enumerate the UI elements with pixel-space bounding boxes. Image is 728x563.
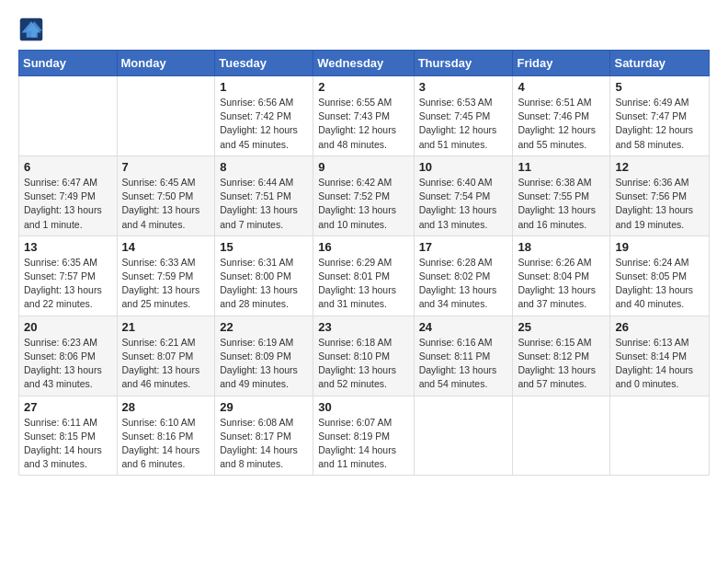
- day-number: 19: [615, 240, 704, 254]
- day-number: 20: [24, 320, 112, 334]
- calendar-cell: 5Sunrise: 6:49 AM Sunset: 7:47 PM Daylig…: [610, 76, 710, 156]
- calendar-cell: 1Sunrise: 6:56 AM Sunset: 7:42 PM Daylig…: [215, 76, 313, 156]
- calendar-cell: [513, 396, 610, 476]
- calendar-cell: 9Sunrise: 6:42 AM Sunset: 7:52 PM Daylig…: [313, 155, 414, 236]
- day-info: Sunrise: 6:31 AM Sunset: 8:00 PM Dayligh…: [220, 256, 308, 312]
- calendar-cell: 30Sunrise: 6:07 AM Sunset: 8:19 PM Dayli…: [313, 396, 414, 476]
- calendar-wrapper: SundayMondayTuesdayWednesdayThursdayFrid…: [9, 50, 719, 485]
- day-info: Sunrise: 6:53 AM Sunset: 7:45 PM Dayligh…: [419, 96, 508, 152]
- calendar-cell: 24Sunrise: 6:16 AM Sunset: 8:11 PM Dayli…: [414, 316, 513, 396]
- calendar-cell: 29Sunrise: 6:08 AM Sunset: 8:17 PM Dayli…: [215, 396, 313, 476]
- day-number: 9: [318, 160, 408, 174]
- calendar-cell: 23Sunrise: 6:18 AM Sunset: 8:10 PM Dayli…: [313, 316, 414, 396]
- day-info: Sunrise: 6:18 AM Sunset: 8:10 PM Dayligh…: [318, 336, 408, 392]
- day-info: Sunrise: 6:44 AM Sunset: 7:51 PM Dayligh…: [220, 176, 308, 232]
- day-info: Sunrise: 6:26 AM Sunset: 8:04 PM Dayligh…: [518, 256, 605, 312]
- day-info: Sunrise: 6:21 AM Sunset: 8:07 PM Dayligh…: [122, 336, 210, 392]
- calendar-cell: 21Sunrise: 6:21 AM Sunset: 8:07 PM Dayli…: [117, 316, 215, 396]
- day-info: Sunrise: 6:51 AM Sunset: 7:46 PM Dayligh…: [518, 96, 605, 152]
- day-info: Sunrise: 6:24 AM Sunset: 8:05 PM Dayligh…: [615, 256, 704, 312]
- calendar-cell: [610, 396, 710, 476]
- weekday-header-saturday: Saturday: [610, 51, 710, 76]
- calendar-cell: 18Sunrise: 6:26 AM Sunset: 8:04 PM Dayli…: [513, 236, 610, 316]
- calendar-cell: 19Sunrise: 6:24 AM Sunset: 8:05 PM Dayli…: [610, 236, 710, 316]
- calendar-cell: 13Sunrise: 6:35 AM Sunset: 7:57 PM Dayli…: [19, 236, 118, 316]
- weekday-row: SundayMondayTuesdayWednesdayThursdayFrid…: [19, 51, 710, 76]
- calendar-week-row: 6Sunrise: 6:47 AM Sunset: 7:49 PM Daylig…: [19, 155, 710, 236]
- weekday-header-friday: Friday: [513, 51, 610, 76]
- calendar-cell: 15Sunrise: 6:31 AM Sunset: 8:00 PM Dayli…: [215, 236, 313, 316]
- day-info: Sunrise: 6:42 AM Sunset: 7:52 PM Dayligh…: [318, 176, 408, 232]
- day-number: 11: [518, 160, 605, 174]
- calendar-cell: 8Sunrise: 6:44 AM Sunset: 7:51 PM Daylig…: [215, 155, 313, 236]
- day-info: Sunrise: 6:38 AM Sunset: 7:55 PM Dayligh…: [518, 176, 605, 232]
- calendar-table: SundayMondayTuesdayWednesdayThursdayFrid…: [18, 50, 710, 476]
- calendar-cell: 3Sunrise: 6:53 AM Sunset: 7:45 PM Daylig…: [414, 76, 513, 156]
- day-info: Sunrise: 6:33 AM Sunset: 7:59 PM Dayligh…: [122, 256, 210, 312]
- calendar-cell: 28Sunrise: 6:10 AM Sunset: 8:16 PM Dayli…: [117, 396, 215, 476]
- calendar-cell: 26Sunrise: 6:13 AM Sunset: 8:14 PM Dayli…: [610, 316, 710, 396]
- calendar-cell: 4Sunrise: 6:51 AM Sunset: 7:46 PM Daylig…: [513, 76, 610, 156]
- day-number: 15: [220, 240, 308, 254]
- day-info: Sunrise: 6:07 AM Sunset: 8:19 PM Dayligh…: [318, 416, 408, 472]
- calendar-cell: [414, 396, 513, 476]
- day-info: Sunrise: 6:23 AM Sunset: 8:06 PM Dayligh…: [24, 336, 112, 392]
- day-info: Sunrise: 6:56 AM Sunset: 7:42 PM Dayligh…: [220, 96, 308, 152]
- calendar-cell: 12Sunrise: 6:36 AM Sunset: 7:56 PM Dayli…: [610, 155, 710, 236]
- day-number: 29: [220, 400, 308, 414]
- day-info: Sunrise: 6:45 AM Sunset: 7:50 PM Dayligh…: [122, 176, 210, 232]
- day-info: Sunrise: 6:28 AM Sunset: 8:02 PM Dayligh…: [419, 256, 508, 312]
- day-number: 18: [518, 240, 605, 254]
- day-number: 27: [24, 400, 112, 414]
- weekday-header-monday: Monday: [117, 51, 215, 76]
- calendar-week-row: 13Sunrise: 6:35 AM Sunset: 7:57 PM Dayli…: [19, 236, 710, 316]
- day-info: Sunrise: 6:35 AM Sunset: 7:57 PM Dayligh…: [24, 256, 112, 312]
- day-number: 13: [24, 240, 112, 254]
- calendar-body: 1Sunrise: 6:56 AM Sunset: 7:42 PM Daylig…: [19, 76, 710, 476]
- day-info: Sunrise: 6:10 AM Sunset: 8:16 PM Dayligh…: [122, 416, 210, 472]
- day-info: Sunrise: 6:55 AM Sunset: 7:43 PM Dayligh…: [318, 96, 408, 152]
- day-number: 17: [419, 240, 508, 254]
- day-number: 10: [419, 160, 508, 174]
- calendar-cell: 6Sunrise: 6:47 AM Sunset: 7:49 PM Daylig…: [19, 155, 118, 236]
- calendar-cell: 20Sunrise: 6:23 AM Sunset: 8:06 PM Dayli…: [19, 316, 118, 396]
- calendar-cell: 2Sunrise: 6:55 AM Sunset: 7:43 PM Daylig…: [313, 76, 414, 156]
- calendar-cell: 25Sunrise: 6:15 AM Sunset: 8:12 PM Dayli…: [513, 316, 610, 396]
- day-number: 14: [122, 240, 210, 254]
- day-number: 3: [419, 80, 508, 94]
- calendar-week-row: 1Sunrise: 6:56 AM Sunset: 7:42 PM Daylig…: [19, 76, 710, 156]
- weekday-header-thursday: Thursday: [414, 51, 513, 76]
- calendar-cell: [19, 76, 118, 156]
- day-number: 26: [615, 320, 704, 334]
- day-info: Sunrise: 6:08 AM Sunset: 8:17 PM Dayligh…: [220, 416, 308, 472]
- calendar-header: SundayMondayTuesdayWednesdayThursdayFrid…: [19, 51, 710, 76]
- day-number: 28: [122, 400, 210, 414]
- day-number: 23: [318, 320, 408, 334]
- day-number: 30: [318, 400, 408, 414]
- day-number: 2: [318, 80, 408, 94]
- day-number: 5: [615, 80, 704, 94]
- day-number: 4: [518, 80, 605, 94]
- calendar-cell: [117, 76, 215, 156]
- day-info: Sunrise: 6:19 AM Sunset: 8:09 PM Dayligh…: [220, 336, 308, 392]
- weekday-header-sunday: Sunday: [19, 51, 118, 76]
- day-number: 25: [518, 320, 605, 334]
- calendar-cell: 14Sunrise: 6:33 AM Sunset: 7:59 PM Dayli…: [117, 236, 215, 316]
- day-number: 8: [220, 160, 308, 174]
- day-info: Sunrise: 6:16 AM Sunset: 8:11 PM Dayligh…: [419, 336, 508, 392]
- calendar-cell: 7Sunrise: 6:45 AM Sunset: 7:50 PM Daylig…: [117, 155, 215, 236]
- day-info: Sunrise: 6:40 AM Sunset: 7:54 PM Dayligh…: [419, 176, 508, 232]
- day-info: Sunrise: 6:49 AM Sunset: 7:47 PM Dayligh…: [615, 96, 704, 152]
- calendar-cell: 17Sunrise: 6:28 AM Sunset: 8:02 PM Dayli…: [414, 236, 513, 316]
- weekday-header-tuesday: Tuesday: [215, 51, 313, 76]
- calendar-cell: 27Sunrise: 6:11 AM Sunset: 8:15 PM Dayli…: [19, 396, 118, 476]
- calendar-cell: 22Sunrise: 6:19 AM Sunset: 8:09 PM Dayli…: [215, 316, 313, 396]
- day-number: 1: [220, 80, 308, 94]
- day-number: 12: [615, 160, 704, 174]
- calendar-cell: 16Sunrise: 6:29 AM Sunset: 8:01 PM Dayli…: [313, 236, 414, 316]
- day-info: Sunrise: 6:47 AM Sunset: 7:49 PM Dayligh…: [24, 176, 112, 232]
- day-number: 22: [220, 320, 308, 334]
- weekday-header-wednesday: Wednesday: [313, 51, 414, 76]
- logo: [18, 17, 46, 42]
- calendar-week-row: 20Sunrise: 6:23 AM Sunset: 8:06 PM Dayli…: [19, 316, 710, 396]
